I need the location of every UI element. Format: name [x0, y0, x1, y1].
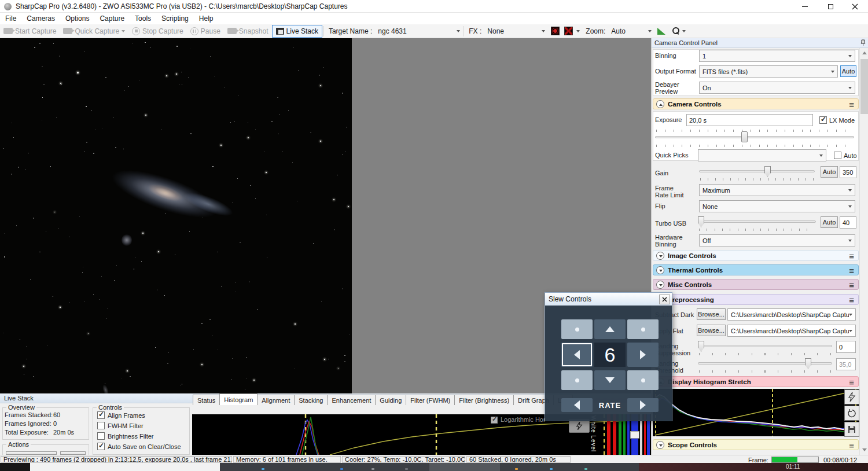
auto-save-checkbox[interactable] — [97, 443, 105, 450]
menu-icon[interactable]: ≡ — [849, 295, 854, 305]
menu-icon[interactable]: ≡ — [849, 100, 854, 109]
tab-stacking[interactable]: Stacking — [294, 395, 328, 405]
maximize-button[interactable] — [818, 0, 844, 13]
camera-controls-header[interactable]: Camera Controls ≡ — [653, 98, 859, 109]
banding-suppression-slider[interactable] — [698, 345, 832, 347]
taskbar-icon[interactable] — [262, 468, 264, 470]
menu-capture[interactable]: Capture — [94, 13, 130, 24]
apply-flat-browse-button[interactable]: Browse... — [697, 325, 726, 336]
snapshot-button[interactable]: Snapshot — [224, 25, 272, 38]
collapse-icon[interactable] — [656, 100, 664, 108]
align-frames-checkbox[interactable] — [97, 411, 105, 419]
taskbar-icon[interactable] — [584, 468, 587, 470]
display-histogram[interactable] — [653, 389, 859, 436]
tab-enhancement[interactable]: Enhancement — [327, 395, 376, 405]
expand-icon[interactable] — [656, 266, 664, 274]
scroll-down-icon[interactable] — [860, 445, 868, 455]
auto-stretch-button[interactable] — [844, 389, 859, 404]
menu-help[interactable]: Help — [194, 13, 219, 24]
apply-flat-path-select[interactable]: C:\Users\marcb\Desktop\SharpCap Captu... — [727, 325, 856, 337]
taskbar-icon[interactable] — [550, 468, 553, 470]
menu-icon[interactable]: ≡ — [849, 377, 854, 387]
menu-icon[interactable]: ≡ — [849, 251, 854, 261]
exposure-slider[interactable] — [655, 136, 854, 138]
target-name-combo[interactable]: ngc 4631 — [376, 25, 462, 37]
tab-guiding[interactable]: Guiding — [375, 395, 406, 405]
output-format-auto-button[interactable]: Auto — [840, 65, 856, 77]
subtract-dark-path-select[interactable]: C:\Users\marcb\Desktop\SharpCap Captu... — [727, 308, 856, 321]
taskbar-icon[interactable] — [372, 468, 374, 470]
scroll-up-icon[interactable] — [860, 48, 868, 58]
pin-icon[interactable] — [860, 39, 866, 46]
tab-histogram[interactable]: Histogram — [219, 393, 258, 405]
preview-image[interactable] — [0, 38, 352, 393]
turbo-usb-input[interactable]: 40 — [840, 216, 856, 229]
taskbar-open-window[interactable] — [30, 463, 220, 471]
slew-up-button[interactable] — [594, 319, 626, 339]
menu-cameras[interactable]: Cameras — [21, 13, 60, 24]
output-format-select[interactable]: FITS files (*.fits) — [699, 65, 838, 78]
pause-button[interactable]: Pause — [187, 25, 224, 38]
slew-close-button[interactable] — [659, 295, 670, 304]
menu-icon[interactable]: ≡ — [849, 440, 854, 450]
banding-suppression-input[interactable]: 0 — [836, 341, 856, 353]
preprocessing-header[interactable]: Preprocessing ≡ — [653, 294, 859, 305]
chevron-down-icon[interactable] — [576, 30, 580, 32]
stop-capture-button[interactable]: Stop Capture — [128, 25, 187, 38]
menu-icon[interactable]: ≡ — [849, 280, 854, 290]
scope-controls-header[interactable]: Scope Controls ≡ — [653, 439, 859, 450]
turbo-usb-slider[interactable] — [698, 220, 816, 223]
tab-alignment[interactable]: Alignment — [257, 395, 295, 405]
reset-stretch-button[interactable] — [844, 406, 859, 421]
expand-icon[interactable] — [656, 441, 664, 449]
save-stretch-button[interactable] — [844, 422, 859, 437]
subtract-dark-browse-button[interactable]: Browse... — [697, 308, 726, 320]
menu-scripting[interactable]: Scripting — [156, 13, 194, 24]
tab-filter-fwhm[interactable]: Filter (FWHM) — [406, 395, 455, 405]
fwhm-filter-checkbox[interactable] — [97, 422, 105, 429]
quick-capture-button[interactable]: Quick Capture — [60, 25, 128, 38]
tab-filter-brightness[interactable]: Filter (Brightness) — [454, 395, 514, 405]
expand-icon[interactable] — [656, 281, 664, 289]
turbo-usb-auto-button[interactable]: Auto — [821, 216, 838, 228]
slew-dialog-title[interactable]: Slew Controls — [545, 293, 672, 306]
debayer-preview-select[interactable]: On — [699, 82, 855, 94]
panel-scrollbar[interactable] — [859, 48, 868, 455]
gain-slider-thumb[interactable] — [764, 166, 771, 177]
binning-select[interactable]: 1 — [699, 50, 855, 62]
frame-rate-limit-select[interactable]: Maximum — [699, 184, 855, 196]
fx-combo[interactable]: None — [485, 25, 547, 37]
menu-tools[interactable]: Tools — [130, 13, 156, 24]
exposure-input[interactable]: 20,0 s — [686, 114, 813, 126]
histogram-tool-icon[interactable] — [654, 25, 669, 38]
turbo-usb-slider-thumb[interactable] — [698, 216, 704, 227]
misc-controls-header[interactable]: Misc Controls ≡ — [653, 279, 859, 290]
display-histogram-stretch-header[interactable]: Display Histogram Stretch ≡ — [653, 376, 859, 387]
taskbar-icon[interactable] — [515, 468, 518, 470]
scrollbar-thumb[interactable] — [860, 59, 868, 114]
quick-picks-auto-checkbox[interactable] — [834, 152, 841, 159]
hardware-binning-select[interactable]: Off — [699, 234, 855, 246]
gain-auto-button[interactable]: Auto — [821, 166, 838, 178]
exposure-slider-thumb[interactable] — [741, 131, 748, 142]
slew-nw-button[interactable] — [561, 319, 593, 339]
flat-frame-icon[interactable] — [563, 25, 574, 38]
rate-decrease-button[interactable] — [561, 398, 593, 412]
banding-threshold-input[interactable]: 35,0 — [836, 358, 856, 370]
slew-left-button[interactable] — [561, 343, 593, 367]
magnifier-icon[interactable] — [669, 25, 689, 38]
image-controls-header[interactable]: Image Controls ≡ — [653, 250, 859, 261]
taskbar-icon[interactable] — [405, 468, 408, 470]
dark-subtract-icon[interactable] — [547, 25, 563, 38]
level-slider-handle[interactable] — [630, 431, 639, 439]
gain-input[interactable]: 350 — [840, 166, 856, 178]
lx-mode-checkbox[interactable] — [819, 116, 827, 124]
slew-se-button[interactable] — [627, 370, 659, 390]
banding-threshold-thumb[interactable] — [805, 358, 811, 369]
brightness-filter-checkbox[interactable] — [97, 432, 105, 440]
taskbar-icon[interactable] — [340, 468, 343, 470]
slew-right-button[interactable] — [627, 343, 659, 367]
flip-select[interactable]: None — [699, 200, 855, 212]
rate-increase-button[interactable] — [627, 398, 659, 412]
gain-slider[interactable] — [699, 170, 815, 172]
